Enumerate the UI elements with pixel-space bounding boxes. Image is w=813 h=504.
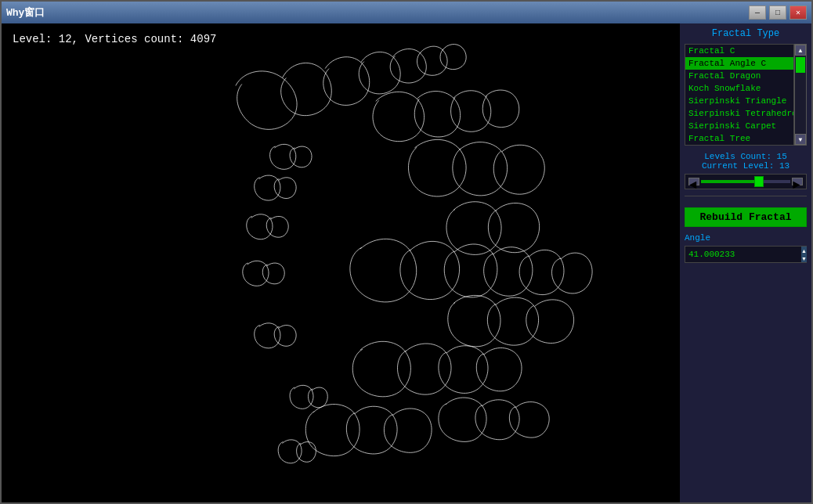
rebuild-fractal-button[interactable]: Rebuild Fractal — [685, 207, 807, 227]
list-item-fractal-angle-c[interactable]: Fractal Angle C — [685, 57, 793, 70]
list-item-sierpinski-carpet[interactable]: Sierpinski Carpet — [685, 120, 793, 132]
angle-label: Angle — [685, 233, 807, 243]
angle-spinbox[interactable]: ▲ ▼ — [685, 246, 807, 263]
slider-track — [701, 180, 790, 183]
fractal-drawing — [236, 45, 592, 463]
status-text: Level: 12, Vertices count: 4097 — [13, 33, 216, 45]
scroll-up-arrow[interactable]: ▲ — [795, 45, 806, 56]
list-item-sierpinski-tetrahedron[interactable]: Sierpinski Tetrahedron — [685, 107, 793, 120]
list-item-fractal-tree[interactable]: Fractal Tree — [685, 132, 793, 145]
right-panel: Fractal Type Fractal C Fractal Angle C F… — [680, 23, 811, 502]
angle-input[interactable] — [685, 247, 801, 262]
list-item-fractal-c[interactable]: Fractal C — [685, 45, 793, 57]
scroll-down-arrow[interactable]: ▼ — [795, 134, 806, 145]
levels-info: Levels Count: 15 Current Level: 13 — [685, 152, 807, 171]
spin-down-arrow[interactable]: ▼ — [801, 254, 807, 262]
level-slider-container: ◄ ► — [685, 174, 807, 189]
list-item-sierpinski-triangle[interactable]: Sierpinski Triangle — [685, 95, 793, 107]
levels-count-label: Levels Count: 15 — [685, 152, 807, 161]
minimize-button[interactable]: — — [749, 5, 766, 20]
canvas-area: Level: 12, Vertices count: 4097 — [2, 23, 680, 502]
spinbox-arrows: ▲ ▼ — [801, 247, 807, 262]
title-bar: Why窗口 — □ ✕ — [2, 2, 811, 23]
slider-right-button[interactable]: ► — [792, 178, 803, 185]
fractal-listbox[interactable]: Fractal C Fractal Angle C Fractal Dragon… — [685, 44, 794, 146]
current-level-label: Current Level: 13 — [685, 161, 807, 171]
slider-fill — [701, 180, 759, 183]
maximize-button[interactable]: □ — [769, 5, 786, 20]
fractal-canvas — [2, 23, 680, 502]
window-frame: Why窗口 — □ ✕ Level: 12, Vertices count: 4… — [0, 0, 813, 504]
list-item-fractal-dragon[interactable]: Fractal Dragon — [685, 70, 793, 82]
divider-1 — [685, 196, 807, 196]
slider-left-button[interactable]: ◄ — [688, 178, 699, 185]
fractal-type-label: Fractal Type — [685, 28, 807, 39]
slider-thumb[interactable] — [754, 176, 764, 187]
spin-up-arrow[interactable]: ▲ — [801, 247, 807, 254]
scroll-track — [795, 56, 806, 134]
window-title: Why窗口 — [6, 5, 45, 20]
listbox-container: Fractal C Fractal Angle C Fractal Dragon… — [685, 44, 807, 146]
title-bar-buttons: — □ ✕ — [749, 5, 807, 20]
scroll-thumb[interactable] — [796, 57, 805, 73]
main-content: Level: 12, Vertices count: 4097 — [2, 23, 811, 502]
close-button[interactable]: ✕ — [790, 5, 807, 20]
list-item-koch-snowflake[interactable]: Koch Snowflake — [685, 82, 793, 95]
listbox-scrollbar[interactable]: ▲ ▼ — [794, 44, 807, 146]
